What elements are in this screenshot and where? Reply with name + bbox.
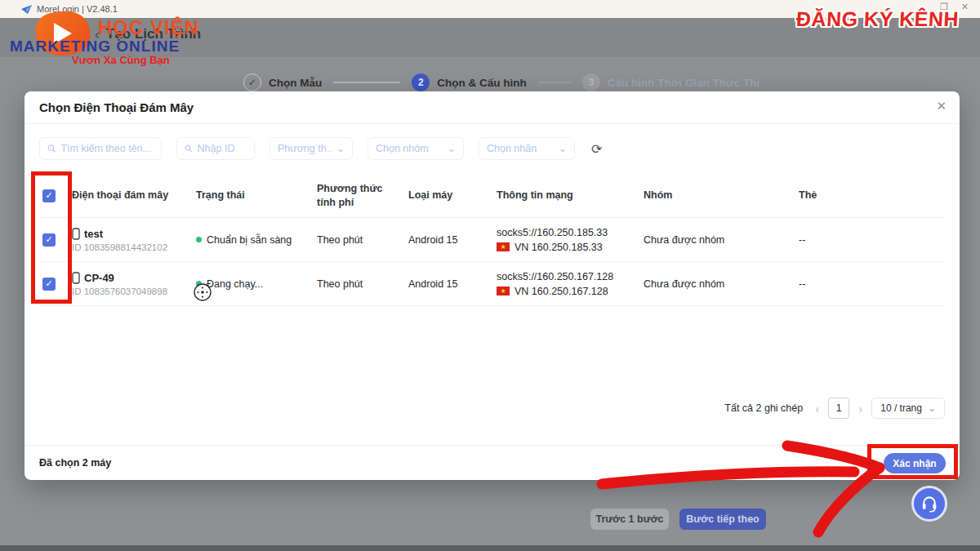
status-dot-icon xyxy=(196,281,202,287)
confirm-button[interactable]: Xác nhận xyxy=(884,453,946,473)
previous-step-button[interactable]: Trước 1 bước xyxy=(590,509,669,530)
search-icon xyxy=(47,144,56,153)
watermark-title: HỌC VIỆN xyxy=(98,16,199,39)
chevron-down-icon: ⌄ xyxy=(448,146,456,151)
pagination: Tất cả 2 ghi chép ‹ 1 › 10 / trang ⌄ xyxy=(724,398,945,419)
col-header-billing: Phương thức tính phí xyxy=(317,182,408,210)
phone-id: ID 1083576037049898 xyxy=(72,287,186,296)
window-close-icon[interactable]: ✕ xyxy=(961,2,969,12)
billing-method-select[interactable]: Phương th... ⌄ xyxy=(270,137,353,160)
col-header-group: Nhóm xyxy=(644,189,799,202)
stepper-connector xyxy=(333,82,400,83)
phone-icon xyxy=(72,228,80,240)
network-address: VN 160.250.185.33 xyxy=(514,242,603,253)
dialog-title: Chọn Điện Thoại Đám Mây xyxy=(39,100,194,114)
watermark-subtitle: MARKETING ONLINE xyxy=(10,38,180,56)
page-size-select[interactable]: 10 / trang ⌄ xyxy=(871,398,945,419)
proxy-address: socks5://160.250.167.128 xyxy=(497,271,634,282)
vietnam-flag-icon: ★ xyxy=(497,242,510,251)
refresh-icon[interactable]: ⟳ xyxy=(591,141,602,157)
table-header-row: ✓ Điện thoại đám mây Trạng thái Phương t… xyxy=(39,174,945,218)
device-type: Android 15 xyxy=(408,234,497,246)
billing-value: Theo phút xyxy=(317,234,408,246)
step-schedule-config: 3 Cấu hình Thời Gian Thực Thi xyxy=(582,73,760,91)
cloud-phone-table: ✓ Điện thoại đám mây Trạng thái Phương t… xyxy=(39,174,945,306)
search-id-box xyxy=(176,137,255,160)
phone-name: CP-49 xyxy=(84,272,114,284)
col-header-tag: Thẻ xyxy=(799,189,945,202)
phone-id: ID 1083598814432102 xyxy=(72,242,186,252)
col-header-network: Thông tin mạng xyxy=(497,189,644,202)
cloud-phone-select-dialog: Chọn Điện Thoại Đám Mây ✕ Phương th... xyxy=(24,91,960,480)
chevron-down-icon: ⌄ xyxy=(559,146,567,151)
support-button[interactable] xyxy=(911,486,947,522)
headset-icon xyxy=(920,495,939,513)
stepper: ✓ Chọn Mẫu 2 Chọn & Cấu hình 3 Cấu hình … xyxy=(243,73,760,91)
table-row[interactable]: ✓ CP-49 ID 1083576037049898 Đang chạy...… xyxy=(39,262,945,306)
network-address: VN 160.250.167.128 xyxy=(514,286,608,297)
vietnam-flag-icon: ★ xyxy=(497,287,510,295)
prev-page-icon[interactable]: ‹ xyxy=(813,402,822,415)
dialog-footer: Đã chọn 2 máy Xác nhận xyxy=(24,445,960,480)
selected-count: Đã chọn 2 máy xyxy=(39,457,111,469)
billing-value: Theo phút xyxy=(317,278,408,290)
step-choose-configure: 2 Chọn & Cấu hình xyxy=(412,73,526,91)
col-header-status: Trạng thái xyxy=(196,189,317,202)
dialog-header: Chọn Điện Thoại Đám Mây ✕ xyxy=(24,91,960,124)
group-value: Chưa được nhóm xyxy=(644,278,799,290)
tag-value: -- xyxy=(799,234,945,246)
tag-select[interactable]: Chọn nhãn ⌄ xyxy=(479,137,575,160)
next-step-button[interactable]: Bước tiếp theo xyxy=(679,509,766,530)
search-id-input[interactable] xyxy=(198,143,247,154)
search-name-input[interactable] xyxy=(60,143,154,154)
col-header-phone: Điện thoại đám mây xyxy=(72,189,196,202)
step-choose-template: ✓ Chọn Mẫu xyxy=(243,73,322,91)
next-page-icon[interactable]: › xyxy=(856,402,865,415)
phone-icon xyxy=(72,272,80,284)
channel-badge: ĐĂNG KÝ KÊNH xyxy=(795,7,960,31)
step-number: 2 xyxy=(412,73,430,91)
search-name-box xyxy=(39,137,162,160)
chevron-down-icon: ⌄ xyxy=(336,146,345,151)
phone-name: test xyxy=(84,228,103,240)
status-text: Đang chạy... xyxy=(207,278,263,290)
record-count: Tất cả 2 ghi chép xyxy=(724,402,803,414)
bottom-strip xyxy=(0,545,980,551)
billing-method-value: Phương th... xyxy=(278,143,332,154)
morelogin-logo-icon xyxy=(21,5,32,14)
row-checkbox[interactable]: ✓ xyxy=(42,233,56,247)
step-label: Chọn & Cấu hình xyxy=(437,77,526,89)
col-header-device: Loại máy xyxy=(408,189,497,202)
select-all-checkbox[interactable]: ✓ xyxy=(42,189,56,202)
close-icon[interactable]: ✕ xyxy=(936,99,947,113)
group-value: Chưa được nhóm xyxy=(644,234,799,246)
status-dot-icon xyxy=(196,237,202,242)
search-icon xyxy=(185,144,193,153)
table-row[interactable]: ✓ test ID 1083598814432102 Chuẩn bị sẵn … xyxy=(39,218,945,262)
device-type: Android 15 xyxy=(408,278,497,290)
step-label: Chọn Mẫu xyxy=(269,77,322,89)
row-checkbox[interactable]: ✓ xyxy=(42,278,56,291)
page-size-value: 10 / trang xyxy=(880,402,922,414)
tag-value: -- xyxy=(799,278,945,290)
tag-select-value: Chọn nhãn xyxy=(487,143,554,154)
step-label: Cấu hình Thời Gian Thực Thi xyxy=(608,77,760,89)
status-text: Chuẩn bị sẵn sàng xyxy=(207,234,292,246)
group-select-value: Chọn nhóm xyxy=(376,143,443,154)
watermark-slogan: Vươn Xa Cùng Bạn xyxy=(72,54,170,66)
page-number[interactable]: 1 xyxy=(828,398,849,419)
stepper-connector xyxy=(538,82,571,83)
proxy-address: socks5://160.250.185.33 xyxy=(497,227,634,238)
step-done-check-icon: ✓ xyxy=(243,73,261,91)
chevron-down-icon: ⌄ xyxy=(928,406,936,411)
filter-bar: Phương th... ⌄ Chọn nhóm ⌄ Chọn nhãn ⌄ ⟳ xyxy=(39,137,602,160)
screen: MoreLogin | V2.48.1 ❐ ✕ ‹ Tạo Lịch Trình… xyxy=(0,0,980,551)
group-select[interactable]: Chọn nhóm ⌄ xyxy=(368,137,464,160)
step-number: 3 xyxy=(582,73,600,91)
